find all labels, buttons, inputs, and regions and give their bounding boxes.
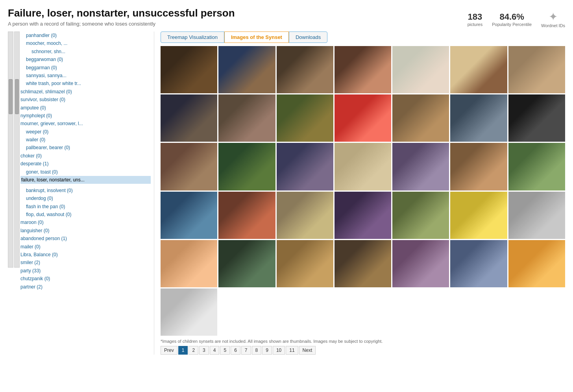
tree-item[interactable]: beggarman (0): [20, 64, 151, 72]
pagination-page-11[interactable]: 11: [286, 346, 298, 355]
tree-item[interactable]: flop, dud, washout (0): [20, 211, 151, 218]
image-thumbnail[interactable]: [335, 94, 391, 142]
page-subtitle: A person with a record of failing; someo…: [8, 21, 468, 27]
pagination-page-8[interactable]: 8: [252, 346, 262, 355]
pagination-page-3[interactable]: 3: [199, 346, 209, 355]
tree-item[interactable]: mourner, griever, sorrower, l...: [20, 120, 151, 128]
tree-item[interactable]: white trash, poor white tr...: [20, 80, 151, 87]
pagination-page-7[interactable]: 7: [241, 346, 251, 355]
image-thumbnail[interactable]: [218, 192, 275, 239]
image-thumbnail[interactable]: [277, 46, 333, 93]
tab-bar: Treemap Visualization Images of the Syns…: [161, 31, 565, 43]
image-thumbnail[interactable]: [508, 240, 565, 287]
scrollbar-thumb-1[interactable]: [9, 79, 13, 115]
image-thumbnail[interactable]: [392, 192, 449, 239]
tree-item[interactable]: bankrupt, insolvent (0): [20, 187, 151, 194]
tree-item[interactable]: languisher (0): [20, 227, 151, 235]
tree-item[interactable]: panhandler (0): [20, 31, 151, 39]
image-thumbnail[interactable]: [450, 192, 507, 239]
wordnet-icon: ✦: [549, 10, 558, 23]
pagination-page-6[interactable]: 6: [231, 346, 240, 355]
tree-item[interactable]: choker (0): [20, 152, 151, 160]
pagination-page-9[interactable]: 9: [262, 346, 272, 355]
tree-item[interactable]: chutzpanik (0): [20, 275, 151, 283]
tree-item[interactable]: mailer (0): [20, 243, 151, 251]
tree-item[interactable]: smiler (2): [20, 259, 151, 266]
tree-item[interactable]: amputee (0): [20, 104, 151, 112]
pagination-page-1[interactable]: 1: [178, 346, 188, 355]
image-thumbnail[interactable]: [392, 240, 449, 287]
image-thumbnail[interactable]: [161, 46, 217, 93]
image-thumbnail[interactable]: [218, 94, 275, 142]
tree-item[interactable]: partner (2): [20, 283, 151, 291]
image-thumbnail[interactable]: [335, 46, 391, 93]
tree-item[interactable]: wailer (0): [20, 136, 151, 144]
image-thumbnail[interactable]: [508, 94, 565, 142]
tree-item[interactable]: nympholept (0): [20, 112, 151, 120]
tree-item[interactable]: flash in the pan (0): [20, 203, 151, 211]
image-thumbnail[interactable]: [392, 46, 449, 93]
tab-downloads[interactable]: Downloads: [289, 31, 327, 43]
image-thumbnail[interactable]: [277, 143, 333, 190]
pagination-prev[interactable]: Prev: [161, 346, 177, 355]
pagination-page-5[interactable]: 5: [220, 346, 230, 355]
pagination-next[interactable]: Next: [299, 346, 316, 355]
tree-item[interactable]: beggarwoman (0): [20, 55, 151, 63]
image-thumbnail[interactable]: [277, 94, 333, 142]
image-thumbnail[interactable]: [161, 288, 217, 336]
image-thumbnail[interactable]: [161, 143, 217, 190]
tab-images[interactable]: Images of the Synset: [224, 31, 289, 43]
tab-treemap[interactable]: Treemap Visualization: [161, 31, 224, 43]
image-grid: [161, 46, 565, 336]
tree-item[interactable]: party (33): [20, 267, 151, 275]
tree-item[interactable]: schlimazel, shlimazel (0): [20, 88, 151, 96]
image-thumbnail[interactable]: [218, 46, 275, 93]
pagination-page-10[interactable]: 10: [273, 346, 285, 355]
image-thumbnail[interactable]: [392, 143, 449, 190]
scrollbar-thumb-2[interactable]: [15, 79, 19, 115]
image-thumbnail[interactable]: [335, 192, 391, 239]
tree-item[interactable]: Libra, Balance (0): [20, 251, 151, 259]
image-thumbnail[interactable]: [508, 46, 565, 93]
image-thumbnail[interactable]: [277, 240, 333, 287]
pagination-page-4[interactable]: 4: [210, 346, 220, 355]
pictures-label: pictures: [468, 22, 483, 27]
image-thumbnail[interactable]: [277, 192, 333, 239]
tree-item[interactable]: moocher, mooch, ...: [20, 39, 151, 47]
image-thumbnail[interactable]: [335, 143, 391, 190]
image-thumbnail[interactable]: [392, 94, 449, 142]
tree-sidebar: panhandler (0)moocher, mooch, ...schnorr…: [20, 31, 154, 355]
tree-item[interactable]: desperate (1): [20, 160, 151, 168]
image-thumbnail[interactable]: [508, 192, 565, 239]
image-thumbnail[interactable]: [218, 143, 275, 190]
image-thumbnail[interactable]: [161, 192, 217, 239]
image-thumbnail[interactable]: [218, 240, 275, 287]
popularity-stat: 84.6% Popularity Percentile: [492, 12, 532, 27]
tree-item[interactable]: goner, toast (0): [20, 168, 151, 176]
tree-item[interactable]: weeper (0): [20, 128, 151, 136]
tree-item[interactable]: survivor, subsister (0): [20, 96, 151, 104]
image-thumbnail[interactable]: [161, 240, 217, 287]
image-thumbnail[interactable]: [450, 94, 507, 142]
tree-item[interactable]: abandoned person (1): [20, 235, 151, 242]
pagination: Prev1234567891011Next: [161, 346, 565, 355]
tree-item[interactable]: maroon (0): [20, 218, 151, 226]
image-thumbnail[interactable]: [450, 143, 507, 190]
image-note: *Images of children synsets are not incl…: [161, 339, 565, 344]
image-thumbnail[interactable]: [450, 46, 507, 93]
vertical-scrollbar-2[interactable]: [14, 31, 20, 268]
vertical-scrollbar-1[interactable]: [8, 31, 13, 268]
tree-item[interactable]: sannyasi, sannya...: [20, 72, 151, 80]
image-thumbnail[interactable]: [508, 143, 565, 190]
page-title: Failure, loser, nonstarter, unsuccessful…: [8, 7, 468, 19]
tree-item[interactable]: pallbearer, bearer (0): [20, 144, 151, 152]
image-thumbnail[interactable]: [335, 240, 391, 287]
tree-item[interactable]: failure, loser, nonstarter, uns...: [20, 176, 151, 184]
content-area: Treemap Visualization Images of the Syns…: [154, 31, 565, 355]
tree-item[interactable]: underdog (0): [20, 194, 151, 202]
tree-item[interactable]: schnorrer, shn...: [20, 48, 151, 55]
popularity-label: Popularity Percentile: [492, 22, 532, 27]
pagination-page-2[interactable]: 2: [189, 346, 198, 355]
image-thumbnail[interactable]: [450, 240, 507, 287]
image-thumbnail[interactable]: [161, 94, 217, 142]
